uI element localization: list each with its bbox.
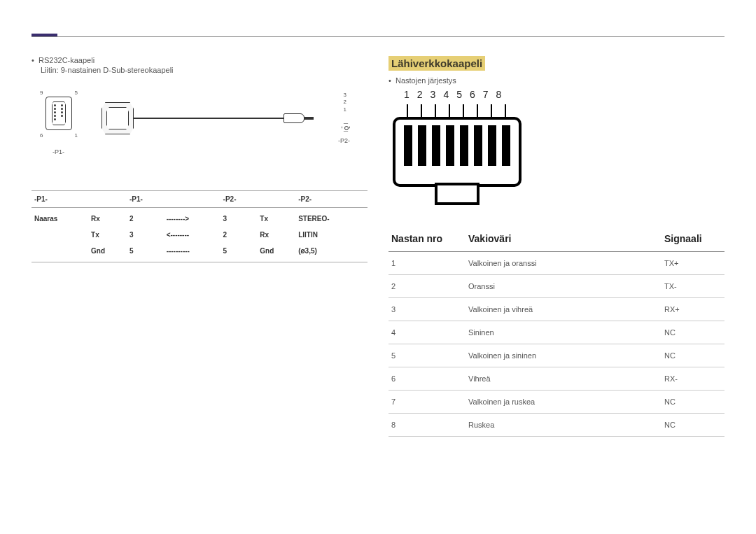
hex-nut-icon bbox=[342, 123, 350, 132]
col-color: Vakioväri bbox=[465, 226, 662, 252]
rj45-pin-numbers: 1 2 3 4 5 6 7 8 bbox=[404, 89, 501, 100]
col-blank-b bbox=[164, 191, 220, 208]
table-row: Naaras Rx 2 --------> 3 Tx STEREO- bbox=[31, 208, 368, 227]
right-column: Lähiverkkokaapeli •Nastojen järjestys 1 … bbox=[388, 56, 724, 437]
col-pin-no: Nastan nro bbox=[388, 226, 465, 252]
table-row: 7Valkoinen ja ruskeaNC bbox=[388, 391, 724, 414]
svg-rect-8 bbox=[488, 125, 496, 166]
lan-table-header: Nastan nro Vakioväri Signaali bbox=[388, 226, 724, 252]
col-p1-a: -P1- bbox=[31, 191, 88, 208]
lan-cable-title: Lähiverkkokaapeli bbox=[388, 56, 485, 71]
rj45-diagram: 1 2 3 4 5 6 7 8 bbox=[388, 89, 724, 222]
rs232c-label: RS232C-kaapeli bbox=[38, 56, 94, 64]
stereo-pin-2: 2 bbox=[344, 99, 346, 106]
lan-bullet: •Nastojen järjestys bbox=[388, 76, 724, 85]
table-row: 6VihreäRX- bbox=[388, 367, 724, 391]
col-p2-a: -P2- bbox=[220, 191, 258, 208]
col-p2-b: -P2- bbox=[295, 191, 368, 208]
stereo-plug-icon bbox=[284, 113, 304, 123]
lan-bullet-label: Nastojen järjestys bbox=[396, 76, 456, 85]
table-row: 4SininenNC bbox=[388, 321, 724, 344]
table-row: 2OranssiTX- bbox=[388, 275, 724, 298]
col-blank-a bbox=[88, 191, 127, 208]
table-row: Tx 3 <-------- 2 Rx LIITIN bbox=[31, 227, 368, 243]
svg-rect-7 bbox=[474, 125, 482, 166]
page-columns: •RS232C-kaapeli Liitin: 9-nastainen D-Su… bbox=[31, 35, 724, 437]
stereo-pin-1: 1 bbox=[344, 106, 346, 113]
rs232c-bullet: •RS232C-kaapeli bbox=[31, 56, 368, 64]
rs232c-table-body: Naaras Rx 2 --------> 3 Tx STEREO- Tx 3 … bbox=[31, 208, 368, 262]
pin-9-label: 9 bbox=[40, 90, 43, 96]
svg-rect-0 bbox=[394, 118, 520, 185]
table-row: 3Valkoinen ja vihreäRX+ bbox=[388, 298, 724, 321]
table-header-row: -P1- -P1- -P2- -P2- bbox=[31, 191, 368, 208]
table-row: 5Valkoinen ja sininenNC bbox=[388, 344, 724, 367]
table-row: 1Valkoinen ja oranssiTX+ bbox=[388, 252, 724, 275]
table-row: Gnd 5 ---------- 5 Gnd (ø3,5) bbox=[31, 243, 368, 262]
left-column: •RS232C-kaapeli Liitin: 9-nastainen D-Su… bbox=[31, 56, 368, 437]
dsub-plug-icon bbox=[102, 102, 134, 134]
rs232c-diagram: 9 5 6 1 3 2 1 -P2- -P1- bbox=[31, 81, 368, 186]
col-p1-b: -P1- bbox=[127, 191, 164, 208]
stereo-pin-labels: 3 2 1 bbox=[344, 92, 346, 113]
lan-table-body: 1Valkoinen ja oranssiTX+ 2OranssiTX- 3Va… bbox=[388, 252, 724, 437]
svg-rect-1 bbox=[436, 184, 478, 204]
svg-rect-3 bbox=[418, 125, 426, 166]
rs232c-sub: Liitin: 9-nastainen D-Sub-stereokaapeli bbox=[41, 66, 368, 74]
pin-6-label: 6 bbox=[40, 132, 43, 139]
cable-diagram bbox=[102, 102, 304, 137]
p2-tag: -P2- bbox=[338, 137, 350, 144]
rj45-jack-icon bbox=[393, 117, 533, 215]
cable-line bbox=[134, 118, 288, 119]
db9-connector-icon: 9 5 6 1 bbox=[46, 97, 72, 130]
svg-rect-5 bbox=[446, 125, 454, 166]
stereo-pin-3: 3 bbox=[344, 92, 346, 99]
svg-rect-6 bbox=[460, 125, 468, 166]
header-rule bbox=[31, 36, 724, 37]
pin-1-label: 1 bbox=[75, 132, 78, 139]
svg-rect-9 bbox=[502, 125, 510, 166]
svg-rect-4 bbox=[432, 125, 440, 166]
rs232c-pin-table: -P1- -P1- -P2- -P2- Naaras Rx 2 --------… bbox=[31, 190, 368, 262]
col-blank-c bbox=[257, 191, 295, 208]
pin-5-label: 5 bbox=[75, 90, 78, 96]
col-signal: Signaali bbox=[662, 226, 724, 252]
p1-tag: -P1- bbox=[52, 148, 64, 155]
table-row: 8RuskeaNC bbox=[388, 414, 724, 437]
svg-rect-2 bbox=[404, 125, 412, 166]
lan-pin-table: Nastan nro Vakioväri Signaali 1Valkoinen… bbox=[388, 226, 724, 437]
